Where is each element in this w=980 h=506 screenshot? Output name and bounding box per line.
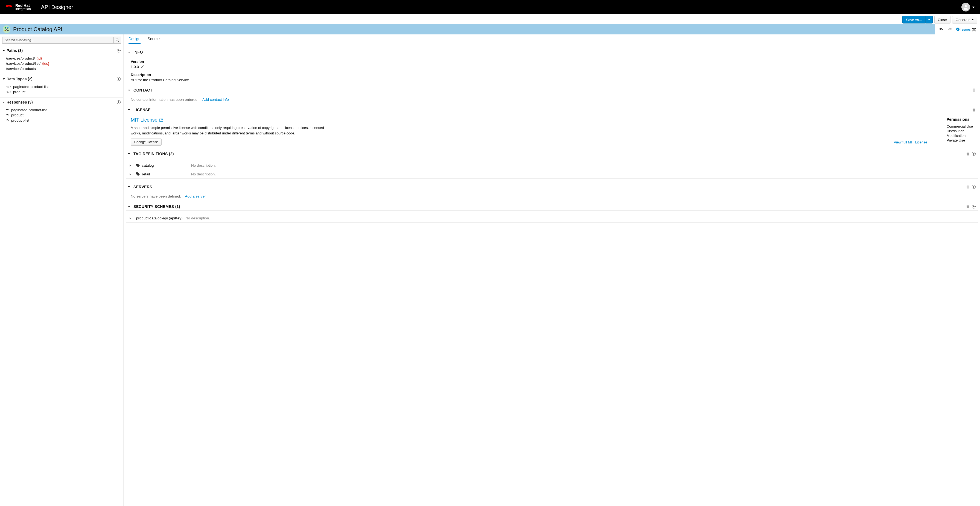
search-input[interactable] xyxy=(2,36,113,44)
masthead: Red Hat Integration API Designer xyxy=(0,0,980,14)
version-label: Version xyxy=(131,60,973,63)
license-name[interactable]: MIT License xyxy=(131,117,930,123)
brand-sub: Integration xyxy=(15,7,31,11)
svg-point-5 xyxy=(116,39,118,41)
response-item[interactable]: paginated-product-list xyxy=(0,107,123,113)
issues-label: Issues xyxy=(961,27,971,32)
brand: Red Hat Integration xyxy=(5,3,31,11)
license-header[interactable]: LICENSE xyxy=(126,108,978,114)
servers-empty: No servers have been defined. xyxy=(131,194,181,198)
svg-line-6 xyxy=(118,41,119,41)
tab-design[interactable]: Design xyxy=(129,36,140,44)
data-types-title: Data Types (2) xyxy=(6,77,117,81)
generate-button[interactable]: Generate xyxy=(952,16,977,24)
add-server-link[interactable]: Add a server xyxy=(185,194,206,198)
pencil-icon[interactable] xyxy=(140,65,144,68)
response-item[interactable]: product xyxy=(0,113,123,118)
tags-header[interactable]: TAG DEFINITIONS (2) xyxy=(126,152,978,158)
add-path-button[interactable] xyxy=(117,49,121,52)
info-title: INFO xyxy=(134,50,975,54)
chevron-down-icon xyxy=(3,50,5,51)
change-license-button[interactable]: Change License xyxy=(131,138,162,146)
redo-button[interactable] xyxy=(947,27,952,31)
trash-icon[interactable] xyxy=(966,205,970,208)
code-icon: </> xyxy=(6,90,11,94)
data-type-item[interactable]: </>product xyxy=(0,89,123,95)
close-button[interactable]: Close xyxy=(934,16,950,24)
expand-icon[interactable] xyxy=(129,173,132,176)
add-security-button[interactable] xyxy=(972,205,975,208)
contact-header[interactable]: CONTACT xyxy=(126,88,978,94)
security-header[interactable]: SECURITY SCHEMES (1) xyxy=(126,205,978,211)
tab-source[interactable]: Source xyxy=(148,36,160,44)
description-label: Description xyxy=(131,73,973,77)
paths-header[interactable]: Paths (3) xyxy=(0,46,123,55)
main-panel: Design Source INFO Version 1.0.0 Descrip… xyxy=(124,35,980,506)
toolbar: Save As... Close Generate xyxy=(0,14,980,24)
license-permissions: Permissions Commercial UseDistributionMo… xyxy=(947,117,973,146)
svg-point-0 xyxy=(965,5,967,7)
expand-icon[interactable] xyxy=(129,164,132,167)
trash-icon[interactable] xyxy=(972,88,975,92)
issues-indicator[interactable]: ✓ Issues (0) xyxy=(956,27,976,32)
user-avatar[interactable] xyxy=(961,3,970,11)
responses-header[interactable]: Responses (3) xyxy=(0,98,123,107)
undo-button[interactable] xyxy=(939,27,943,31)
add-server-button[interactable] xyxy=(972,185,975,189)
titlebar: Product Catalog API xyxy=(0,24,935,35)
chevron-down-icon xyxy=(3,78,5,80)
tag-row[interactable]: catalogNo description. xyxy=(126,161,978,170)
path-item[interactable]: /services/product/list/{ids} xyxy=(0,61,123,66)
license-section: LICENSE MIT License A short and simple p… xyxy=(126,108,978,146)
chevron-down-icon xyxy=(3,102,5,103)
trash-icon[interactable] xyxy=(966,185,970,189)
servers-header[interactable]: SERVERS xyxy=(126,185,978,191)
info-section: INFO Version 1.0.0 Description API for t… xyxy=(126,50,978,82)
contact-title: CONTACT xyxy=(134,88,971,92)
expand-icon[interactable] xyxy=(129,217,132,220)
permission-item: Distribution xyxy=(947,129,973,133)
user-icon xyxy=(963,4,969,10)
servers-section: SERVERS No servers have been defined. Ad… xyxy=(126,185,978,198)
api-title: Product Catalog API xyxy=(13,26,62,33)
user-menu-caret-icon[interactable] xyxy=(972,6,975,8)
reply-icon xyxy=(6,114,10,117)
brand-name: Red Hat xyxy=(15,3,31,7)
add-contact-link[interactable]: Add contact info xyxy=(202,98,229,102)
add-data-type-button[interactable] xyxy=(117,77,121,81)
security-row[interactable]: product-catalog-api (apiKey)No descripti… xyxy=(126,214,978,223)
chevron-down-icon xyxy=(128,90,130,91)
add-response-button[interactable] xyxy=(117,100,121,104)
description-value: API for the Product Catalog Service xyxy=(131,78,189,82)
view-full-license-link[interactable]: View full MIT License » xyxy=(894,140,930,144)
generate-label: Generate xyxy=(956,18,970,22)
tag-icon xyxy=(136,163,140,167)
reply-icon xyxy=(6,108,10,111)
tabs: Design Source xyxy=(124,35,980,44)
search-button[interactable] xyxy=(113,36,121,44)
license-description: A short and simple permissive license wi… xyxy=(131,125,330,136)
info-header[interactable]: INFO xyxy=(126,50,978,56)
check-icon: ✓ xyxy=(956,28,959,31)
trash-icon[interactable] xyxy=(966,152,970,156)
security-title: SECURITY SCHEMES (1) xyxy=(134,205,965,209)
data-types-header[interactable]: Data Types (2) xyxy=(0,74,123,84)
path-item[interactable]: /services/products xyxy=(0,66,123,71)
search-icon xyxy=(116,38,119,42)
external-link-icon xyxy=(159,118,163,122)
chevron-down-icon xyxy=(128,109,130,111)
reply-icon xyxy=(6,119,10,122)
data-type-item[interactable]: </>paginated-product-list xyxy=(0,84,123,89)
path-item[interactable]: /services/product/{id} xyxy=(0,56,123,61)
permission-item: Commercial Use xyxy=(947,124,973,128)
response-item[interactable]: product-list xyxy=(0,118,123,123)
version-value: 1.0.0 xyxy=(131,65,139,69)
trash-icon[interactable] xyxy=(972,108,975,112)
save-as-dropdown[interactable] xyxy=(926,16,933,24)
issues-count: (0) xyxy=(972,27,976,32)
save-as-button[interactable]: Save As... xyxy=(902,16,926,24)
add-tag-button[interactable] xyxy=(972,152,975,156)
tag-row[interactable]: retailNo description. xyxy=(126,170,978,179)
data-types-section: Data Types (2) </>paginated-product-list… xyxy=(0,74,123,98)
redhat-logo-icon xyxy=(5,5,13,10)
